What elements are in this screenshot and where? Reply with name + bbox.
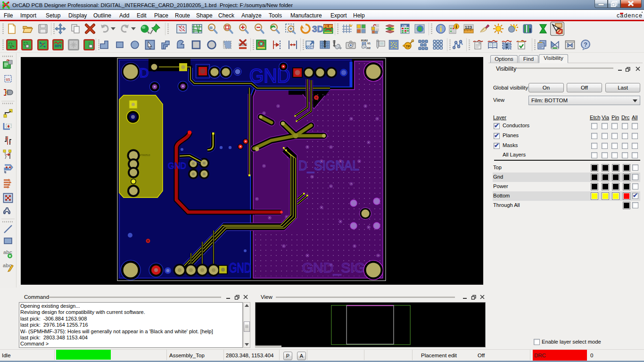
svg-text:U1: U1 — [6, 78, 10, 81]
svg-text:D: D — [140, 66, 149, 80]
svg-text:CM: CM — [402, 25, 406, 27]
svg-text:47063513: 47063513 — [140, 154, 150, 156]
svg-text:V1: V1 — [367, 42, 371, 45]
svg-text:R1R2: R1R2 — [361, 39, 368, 42]
svg-text:123: 123 — [465, 25, 472, 30]
svg-text:TP: TP — [406, 44, 411, 49]
svg-text:ODB: ODB — [306, 46, 314, 49]
svg-text:GND: GND — [168, 161, 186, 171]
svg-text:D_SIGNAL: D_SIGNAL — [298, 157, 359, 173]
svg-text:3D: 3D — [312, 24, 323, 34]
svg-text:GND: GND — [229, 260, 251, 275]
svg-text:?: ? — [584, 41, 587, 48]
